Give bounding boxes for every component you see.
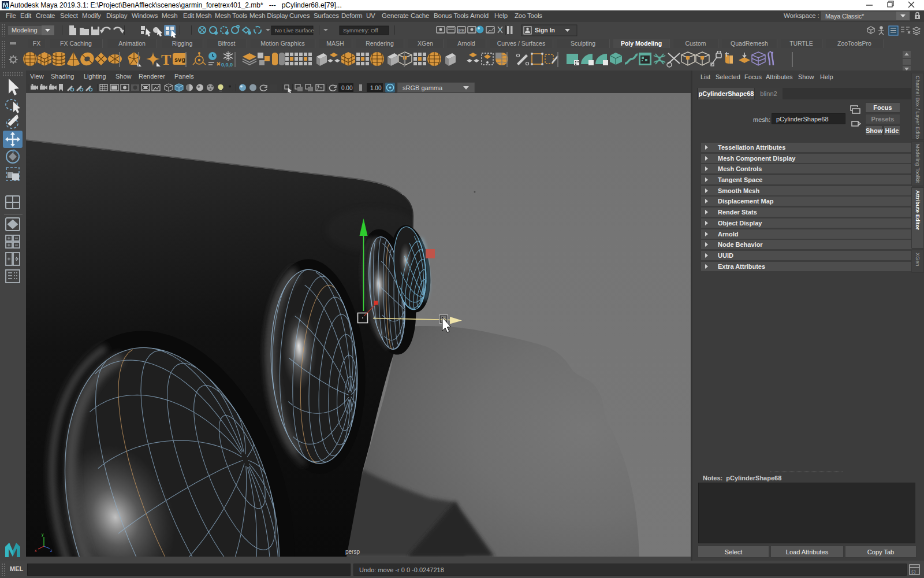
svg-text:x: x bbox=[35, 549, 37, 553]
svg-text:y: y bbox=[42, 532, 44, 537]
svg-text:1.00: 1.00 bbox=[370, 85, 382, 91]
svg-text:T: T bbox=[161, 51, 171, 68]
svg-text:IPR: IPR bbox=[458, 28, 465, 32]
svg-text:Symmetry: Off: Symmetry: Off bbox=[343, 27, 378, 34]
svg-text:0,0,0: 0,0,0 bbox=[221, 62, 233, 68]
svg-text:persp: persp bbox=[345, 549, 360, 555]
svg-text:z: z bbox=[50, 549, 53, 553]
svg-text:svg: svg bbox=[174, 56, 185, 63]
svg-text:sRGB gamma: sRGB gamma bbox=[403, 84, 443, 91]
svg-text:No Live Surface: No Live Surface bbox=[275, 27, 314, 34]
svg-text:{:}: {:} bbox=[911, 569, 916, 574]
svg-text:0.00: 0.00 bbox=[341, 85, 353, 91]
svg-text:Sign In: Sign In bbox=[535, 27, 555, 34]
